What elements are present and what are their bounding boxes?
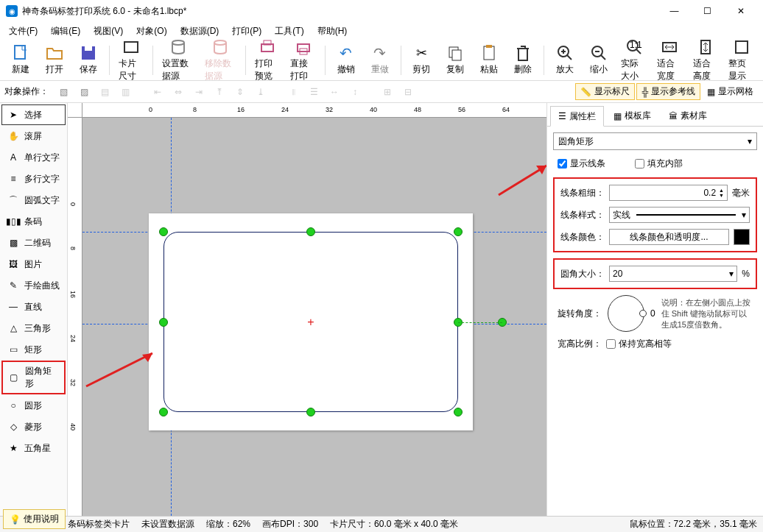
align-center-h-icon[interactable]: ⇔ (169, 83, 187, 101)
tool-select[interactable]: ➤选择 (1, 104, 66, 125)
tool-line[interactable]: ―直线 (1, 297, 66, 317)
remove-datasource-button[interactable]: 移除数据源 (200, 37, 241, 84)
handle-w[interactable] (159, 318, 168, 327)
cardsize-button[interactable]: 卡片尺寸 (114, 37, 149, 84)
handle-n[interactable] (306, 227, 315, 236)
handle-se[interactable] (454, 408, 463, 416)
actual-size-button[interactable]: 1:1实际大小 (616, 37, 651, 84)
corner-size-select[interactable]: 20▾ (609, 266, 737, 282)
maximize-button[interactable]: ☐ (691, 0, 724, 22)
tool-image[interactable]: 🖼图片 (1, 254, 66, 274)
fit-width-button[interactable]: 适合宽度 (653, 37, 687, 84)
layer-front-icon[interactable]: ▧ (54, 83, 72, 101)
tool-ellipse[interactable]: ○圆形 (1, 395, 66, 416)
fit-page-button[interactable]: 整页显示 (724, 37, 759, 84)
tab-materials[interactable]: 🏛素材库 (661, 106, 715, 126)
corner-unit: % (742, 269, 750, 279)
tab-templates[interactable]: ▦模板库 (605, 106, 659, 126)
app-icon: ◉ (6, 5, 18, 17)
minimize-button[interactable]: ― (658, 0, 691, 22)
distribute-v-icon[interactable]: ☰ (305, 83, 323, 101)
keep-ratio-checkbox[interactable]: 保持宽高相等 (606, 338, 672, 350)
rotate-help-text: 说明：在左侧小圆点上按住 Shift 键拖动鼠标可以生成15度倍数角。 (661, 297, 753, 330)
guide-icon: ╬ (641, 87, 648, 97)
line-style-select[interactable]: 实线▾ (609, 207, 750, 223)
save-button[interactable]: 保存 (72, 43, 105, 77)
line-width-input[interactable]: 0.2▲▼ (609, 185, 728, 201)
status-datasource: 未设置数据源 (141, 518, 194, 531)
ruler-horizontal[interactable]: 0 8 16 24 32 40 48 56 64 (82, 103, 546, 118)
undo-button[interactable]: ↶撤销 (330, 43, 362, 77)
show-guide-toggle[interactable]: ╬显示参考线 (636, 83, 700, 100)
close-button[interactable]: ✕ (724, 0, 757, 22)
tool-qrcode[interactable]: ▩二维码 (1, 233, 66, 253)
corner-group: 圆角大小： 20▾ % (553, 258, 757, 289)
zoom-out-button[interactable]: 缩小 (583, 43, 615, 77)
shape-type-combo[interactable]: 圆角矩形▾ (553, 132, 757, 150)
align-top-icon[interactable]: ⤒ (211, 83, 228, 101)
show-grid-toggle[interactable]: ▦显示网格 (702, 83, 759, 100)
spinner-icon[interactable]: ▲▼ (719, 188, 724, 198)
align-left-icon[interactable]: ⇤ (149, 83, 166, 101)
tool-triangle[interactable]: △三角形 (1, 318, 66, 338)
handle-ne[interactable] (454, 227, 463, 236)
handle-s[interactable] (306, 408, 315, 416)
handle-nw[interactable] (159, 227, 168, 236)
ungroup-icon[interactable]: ⊟ (399, 83, 417, 101)
align-right-icon[interactable]: ⇥ (190, 83, 208, 101)
print-button[interactable]: 直接打印 (286, 37, 320, 84)
tool-single-text[interactable]: A单行文字 (1, 147, 66, 168)
tab-properties[interactable]: ☰属性栏 (550, 106, 604, 127)
copy-button[interactable]: 复制 (439, 43, 471, 77)
distribute-h-icon[interactable]: ⫴ (284, 83, 302, 101)
layer-back-icon[interactable]: ▨ (75, 83, 93, 101)
tool-rectangle[interactable]: ▭矩形 (1, 339, 66, 360)
print-preview-button[interactable]: 打印预览 (250, 37, 285, 84)
new-button[interactable]: 新建 (4, 43, 37, 77)
same-width-icon[interactable]: ↔ (326, 83, 343, 101)
redo-button[interactable]: ↷重做 (364, 43, 396, 77)
fit-height-button[interactable]: 适合高度 (689, 37, 723, 84)
set-datasource-button[interactable]: 设置数据源 (158, 37, 198, 84)
tool-diamond[interactable]: ◇菱形 (1, 416, 66, 437)
center-marker: + (307, 316, 314, 329)
tool-barcode[interactable]: ▮▯▮条码 (1, 211, 66, 232)
line-color-button[interactable]: 线条颜色和透明度... (609, 229, 729, 245)
svg-rect-11 (452, 50, 461, 60)
paste-button[interactable]: 粘贴 (473, 43, 505, 77)
canvas-paper[interactable]: + (149, 213, 473, 430)
svg-text:1:1: 1:1 (630, 40, 642, 50)
ruler-vertical[interactable]: 0 8 16 24 32 40 (68, 118, 82, 516)
fill-inside-checkbox[interactable]: 填充内部 (635, 157, 683, 170)
delete-button[interactable]: 删除 (507, 43, 539, 77)
help-button[interactable]: 💡使用说明 (3, 509, 66, 529)
triangle-icon: △ (7, 322, 20, 335)
same-height-icon[interactable]: ↕ (346, 83, 364, 101)
rotate-label: 旋转角度： (558, 308, 602, 320)
menu-edit[interactable]: 编辑(E) (45, 24, 86, 39)
tool-star[interactable]: ★五角星 (1, 438, 66, 458)
show-line-checkbox[interactable]: 显示线条 (558, 157, 605, 170)
tool-freehand[interactable]: ✎手绘曲线 (1, 275, 66, 296)
zoom-in-button[interactable]: 放大 (549, 43, 581, 77)
group-icon[interactable]: ⊞ (379, 83, 396, 101)
rotate-value: 0 (650, 308, 655, 319)
layer-up-icon[interactable]: ▤ (96, 83, 113, 101)
menu-file[interactable]: 文件(F) (3, 24, 43, 39)
handle-sw[interactable] (159, 408, 168, 416)
line-color-label: 线条颜色： (560, 231, 605, 244)
align-middle-icon[interactable]: ⇕ (231, 83, 249, 101)
tool-arc-text[interactable]: ⌒圆弧文字 (1, 190, 66, 210)
cut-button[interactable]: ✂剪切 (405, 43, 437, 77)
diamond-icon: ◇ (7, 420, 20, 433)
show-ruler-toggle[interactable]: 📏显示标尺 (575, 83, 635, 100)
canvas-area[interactable]: 0 8 16 24 32 40 48 56 64 0 8 16 24 32 40 (68, 103, 546, 516)
open-button[interactable]: 打开 (38, 43, 71, 77)
tool-pan[interactable]: ✋滚屏 (1, 126, 66, 146)
color-swatch[interactable] (734, 229, 750, 245)
tool-rounded-rect[interactable]: ▢圆角矩形 (1, 361, 66, 394)
rotate-dial[interactable] (608, 295, 644, 332)
tool-multi-text[interactable]: ≡多行文字 (1, 169, 66, 189)
layer-down-icon[interactable]: ▥ (116, 83, 134, 101)
align-bottom-icon[interactable]: ⤓ (252, 83, 270, 101)
